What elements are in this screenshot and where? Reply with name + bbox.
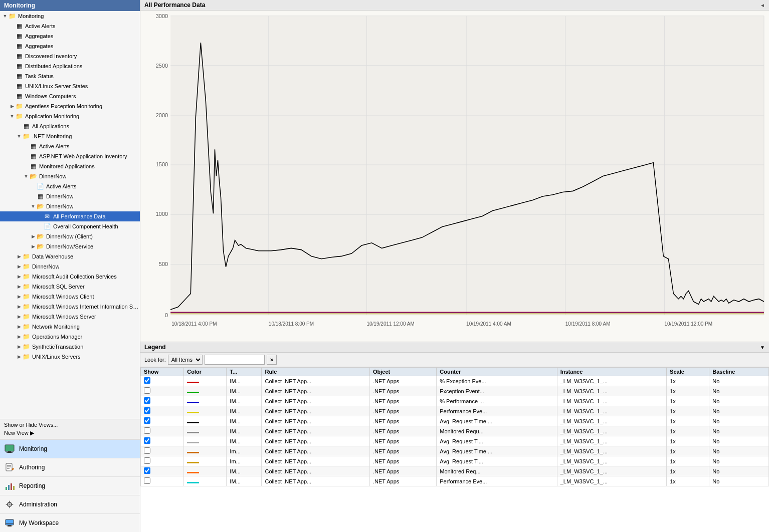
expand-btn-microsoft-sql[interactable]: ▶ [16,284,22,290]
expand-btn-dinnernow-top[interactable]: ▶ [16,263,22,270]
legend-checkbox-2[interactable] [144,397,150,404]
sidebar-item-active-alerts[interactable]: ▦Active Alerts [0,21,140,31]
legend-checkbox-6[interactable] [144,437,150,444]
grid-icon: ▦ [15,72,23,80]
sidebar-item-unix-linux-server[interactable]: ▦UNIX/Linux Server States [0,81,140,91]
sidebar-item-discovered-inventory[interactable]: ▦Discovered Inventory [0,51,140,61]
expand-btn-microsoft-windows-iis[interactable]: ▶ [16,304,22,310]
sidebar-item-dinnernow-alerts[interactable]: 📄Active Alerts [0,181,140,191]
sidebar-item-microsoft-windows-iis[interactable]: ▶📁Microsoft Windows Internet Information… [0,302,140,312]
nav-item-administration[interactable]: Administration [0,495,140,513]
legend-instance-9: _LM_W3SVC_1_... [557,466,666,476]
sidebar-item-all-performance-data[interactable]: ✉All Performance Data [0,211,140,221]
sidebar-item-agentless-exception[interactable]: ▶📁Agentless Exception Monitoring [0,101,140,111]
legend-object-7: .NET Apps [369,446,436,456]
show-hide-views-link[interactable]: Show or Hide Views... [4,421,136,429]
nav-item-monitoring[interactable]: Monitoring [0,439,140,458]
sidebar-item-operations-manager[interactable]: ▶📁Operations Manager [0,332,140,342]
filter-dropdown[interactable]: All Items [168,355,203,365]
folder-icon: 📁 [22,343,30,351]
sidebar-item-asp-net-web[interactable]: ▦ASP.NET Web Application Inventory [0,151,140,161]
sidebar-item-aggregates-1[interactable]: ▦Aggregates [0,31,140,41]
legend-row-4: IM...Collect .NET App....NET AppsAvg. Re… [141,416,769,426]
expand-btn-network-monitoring[interactable]: ▶ [16,324,22,330]
app-container: Monitoring ▼📁Monitoring ▦Active Alerts ▦… [0,0,769,532]
legend-checkbox-4[interactable] [144,417,150,424]
sidebar-item-dinnernow-item[interactable]: ▦DinnerNow [0,191,140,201]
legend-rule-4: Collect .NET App... [262,416,370,426]
legend-checkbox-5[interactable] [144,427,150,434]
sidebar-item-label-data-warehouse: Data Warehouse [32,253,73,259]
legend-counter-7: Avg. Request Time ... [437,446,557,456]
legend-instance-5: _LM_W3SVC_1_... [557,426,666,436]
legend-checkbox-8[interactable] [144,457,150,464]
sidebar-item-network-monitoring[interactable]: ▶📁Network Monitoring [0,322,140,332]
nav-item-my-workspace[interactable]: My Workspace [0,513,140,532]
legend-checkbox-10[interactable] [144,477,150,484]
sidebar-item-windows-computers[interactable]: ▦Windows Computers [0,91,140,101]
legend-checkbox-7[interactable] [144,447,150,454]
expand-btn-dinnernow-group[interactable]: ▼ [23,173,29,179]
legend-checkbox-3[interactable] [144,407,150,414]
col-rule: Rule [262,368,370,376]
expand-btn-application-monitoring[interactable]: ▼ [9,113,15,119]
legend-scale-2: 1x [667,396,709,406]
sidebar-item-monitored-applications[interactable]: ▦Monitored Applications [0,161,140,171]
legend-color-8 [184,456,227,466]
legend-counter-3: Performance Eve... [437,406,557,416]
expand-btn-microsoft-windows-client[interactable]: ▶ [16,294,22,300]
legend-scale-4: 1x [667,416,709,426]
chart-collapse-btn[interactable]: ◄ [760,3,765,8]
legend-table: Show Color T... Rule Object Counter Inst… [140,367,769,486]
nav-item-reporting[interactable]: Reporting [0,476,140,495]
expand-btn-synthetic-transaction[interactable]: ▶ [16,344,22,350]
sidebar-item-dinnernow-client[interactable]: ▶📂DinnerNow (Client) [0,231,140,241]
legend-checkbox-0[interactable] [144,377,150,384]
sidebar-item-monitoring-root[interactable]: ▼📁Monitoring [0,11,140,21]
expand-btn-monitoring-root[interactable]: ▼ [2,13,8,19]
sidebar-item-dinnernow-group[interactable]: ▼📂DinnerNow [0,171,140,181]
nav-item-authoring[interactable]: Authoring [0,458,140,476]
expand-btn-microsoft-windows-server[interactable]: ▶ [16,314,22,320]
sidebar-item-overall-component-health[interactable]: 📄Overall Component Health [0,221,140,231]
sidebar-item-label-agentless-exception: Agentless Exception Monitoring [25,103,102,109]
legend-collapse-btn[interactable]: ▼ [760,345,765,350]
sidebar-item-net-monitoring[interactable]: ▼📁.NET Monitoring [0,131,140,141]
sidebar-item-microsoft-audit[interactable]: ▶📁Microsoft Audit Collection Services [0,272,140,282]
show-hide-views-label: Show or Hide Views... [4,422,58,428]
expand-btn-net-monitoring[interactable]: ▼ [16,133,22,139]
search-input[interactable] [205,355,265,365]
sidebar-item-microsoft-windows-server[interactable]: ▶📁Microsoft Windows Server [0,312,140,322]
svg-text:10/18/2011 4:00 PM: 10/18/2011 4:00 PM [171,321,217,327]
sidebar-item-microsoft-sql[interactable]: ▶📁Microsoft SQL Server [0,282,140,292]
expand-btn-dinnernow-client[interactable]: ▶ [30,233,36,239]
expand-btn-microsoft-audit[interactable]: ▶ [16,274,22,280]
expand-btn-dinnernow-sub[interactable]: ▼ [30,203,36,209]
color-swatch-6 [187,442,199,443]
sidebar-item-all-applications[interactable]: ▦All Applications [0,121,140,131]
grid-icon: ▦ [29,162,37,170]
clear-search-btn[interactable]: ✕ [267,355,277,365]
expand-btn-data-warehouse[interactable]: ▶ [16,253,22,259]
sidebar-item-dinnernow-service[interactable]: ▶📂DinnerNow/Service [0,241,140,251]
sidebar-item-microsoft-windows-client[interactable]: ▶📁Microsoft Windows Client [0,292,140,302]
sidebar-item-distributed-applications[interactable]: ▦Distributed Applications [0,61,140,71]
expand-btn-agentless-exception[interactable]: ▶ [9,103,15,109]
svg-rect-9 [11,483,12,490]
sidebar-item-unix-linux-servers[interactable]: ▶📁UNIX/Linux Servers [0,352,140,362]
legend-checkbox-1[interactable] [144,387,150,394]
color-swatch-5 [187,432,199,433]
sidebar-item-data-warehouse[interactable]: ▶📁Data Warehouse [0,251,140,261]
sidebar-item-aggregates-2[interactable]: ▦Aggregates [0,41,140,51]
new-view-link[interactable]: New View ▶ [4,429,136,437]
sidebar-item-task-status[interactable]: ▦Task Status [0,71,140,81]
sidebar-item-dinnernow-sub[interactable]: ▼📂DinnerNow [0,201,140,211]
sidebar-item-net-active-alerts[interactable]: ▦Active Alerts [0,141,140,151]
expand-btn-operations-manager[interactable]: ▶ [16,334,22,340]
expand-btn-unix-linux-servers[interactable]: ▶ [16,354,22,360]
sidebar-item-application-monitoring[interactable]: ▼📁Application Monitoring [0,111,140,121]
sidebar-item-dinnernow-top[interactable]: ▶📁DinnerNow [0,261,140,272]
legend-checkbox-9[interactable] [144,467,150,474]
sidebar-item-synthetic-transaction[interactable]: ▶📁SyntheticTransaction [0,342,140,352]
expand-btn-dinnernow-service[interactable]: ▶ [30,243,36,249]
